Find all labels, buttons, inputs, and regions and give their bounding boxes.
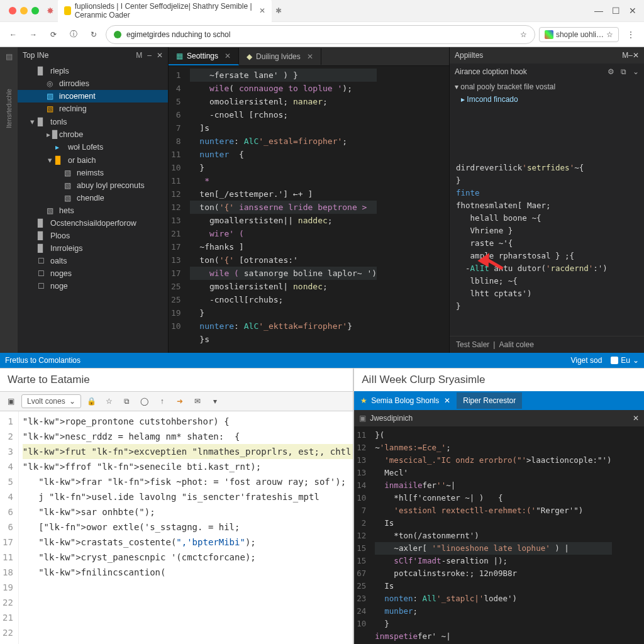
panel-icon[interactable]: ▣ [4, 394, 18, 408]
status-viget[interactable]: Viget sod [570, 356, 602, 365]
editor-tab-duiling[interactable]: ◆ Duiling lvides ✕ [239, 48, 321, 65]
tree-item[interactable]: ☐oalts [18, 255, 168, 267]
ide-panel: ▤ Itensrteduchle Top INe M – ✕ ▉rlepls◎d… [0, 47, 644, 368]
applets-code[interactable]: dirdreverilick'setrfides'~{}fintefhotnes… [450, 108, 644, 336]
open-icon[interactable]: ⧉ [621, 67, 626, 76]
forward-button[interactable]: → [25, 26, 42, 43]
tree-item[interactable]: ☐noges [18, 267, 168, 280]
browser-navbar: ← → ⟳ ⓘ ↻ egimetgirdes nduching to schol… [0, 21, 644, 47]
tab-close-icon[interactable]: ✕ [225, 52, 231, 60]
tree-item[interactable]: ▸ ▉chrobe [18, 128, 168, 141]
info-button[interactable]: ⓘ [65, 26, 82, 43]
sidebar-tool-m[interactable]: M [136, 51, 142, 60]
circle-icon[interactable]: ◯ [138, 394, 152, 408]
tab-label: Riper Recrestor [463, 396, 516, 405]
chevron-down-icon: ⌄ [69, 397, 75, 406]
footer-left[interactable]: Test Saler [456, 340, 489, 349]
minimize-window-dot[interactable] [20, 7, 28, 14]
tab-riper[interactable]: Riper Recrestor [457, 392, 522, 409]
star-icon: ★ [360, 396, 367, 405]
file-icon: ◆ [247, 52, 252, 61]
lower-section: Warte to Eatamie ▣ Lvolt cones ⌄ 🔒 ☆ ⧉ ◯… [0, 368, 644, 644]
tree-item[interactable]: ▧chendle [18, 192, 168, 204]
more-icon[interactable]: ▾ [208, 394, 222, 408]
zoom-window-dot[interactable] [31, 7, 39, 14]
maximize-icon[interactable]: ☐ [612, 6, 620, 16]
light-toolbar: ▣ Lvolt cones ⌄ 🔒 ☆ ⧉ ◯ ↑ ➜ ✉ ▾ [0, 391, 353, 411]
footer-right[interactable]: Aalit colee [499, 340, 533, 349]
tree-item[interactable]: ▧neimsts [18, 167, 168, 179]
window-controls: — ☐ ✕ [594, 6, 640, 16]
bookmark-star-icon[interactable]: ☆ [520, 30, 527, 39]
sidebar-tool-min[interactable]: – [147, 51, 152, 60]
tree-item[interactable]: ▧reclning [18, 103, 168, 115]
tab-semia[interactable]: ★ Semia Bolog Shonls ✕ [354, 392, 457, 409]
tree-item[interactable]: ▉Ocstenchsiaildoperforow [18, 217, 168, 230]
tree-item[interactable]: ◎dirrodies [18, 77, 168, 90]
light-code-editor[interactable]: 1234546617111819222122 "lk-kw">rope_pron… [0, 411, 353, 644]
close-icon[interactable]: ✕ [633, 414, 639, 423]
down-icon[interactable]: ⌄ [633, 67, 639, 76]
tree-item[interactable]: ▾▉tonls [18, 115, 168, 128]
tab-close-icon[interactable]: ✕ [307, 52, 313, 61]
tab-close-icon[interactable]: ✕ [444, 396, 450, 405]
status-eu[interactable]: Eu⌄ [611, 356, 639, 365]
tree-item[interactable]: ☐noge [18, 280, 168, 292]
site-info-icon [114, 31, 121, 38]
code-editor-main[interactable]: 1456781110111212132117131725251910 ~fers… [169, 66, 449, 353]
applets-title: Appiiltes [455, 51, 483, 60]
applets-line1: Airance cloption hook [455, 67, 527, 76]
bookmark-star-icon: ☆ [606, 30, 613, 39]
lower-left-editor: Warte to Eatamie ▣ Lvolt cones ⌄ 🔒 ☆ ⧉ ◯… [0, 369, 354, 644]
panel-tool-close[interactable]: ✕ [633, 51, 639, 60]
titlebar: ✸ fuplionsleds | I Center Seffodjelize| … [0, 0, 644, 21]
tree-item[interactable]: ▉Ploos [18, 230, 168, 242]
dropdown-label: Lvolt cones [27, 397, 65, 406]
tree-item[interactable]: ▸woł Lofets [18, 141, 168, 153]
close-icon[interactable]: ✕ [629, 6, 636, 16]
tree-item[interactable]: ▾▉or baich [18, 153, 168, 167]
tab-label: Semia Bolog Shonls [371, 396, 439, 405]
copy-icon[interactable]: ⧉ [120, 394, 134, 408]
file-tree: ▉rlepls◎dirrodies▧incoement▧reclning▾▉to… [18, 64, 168, 353]
mail-icon[interactable]: ✉ [191, 394, 204, 408]
tree-item[interactable]: ▧incoement [18, 90, 168, 103]
dark2-code-editor[interactable]: 111213131410721215156725232410 }(~'lanme… [354, 426, 644, 644]
back-button[interactable]: ← [5, 26, 21, 43]
extension-button[interactable]: shople uohli… ☆ [539, 27, 619, 42]
applets-line3[interactable]: ▸ Imcond fincado [450, 94, 644, 108]
star-icon[interactable]: ☆ [103, 394, 116, 408]
editor-tabs: ▦ Seottings ✕ ◆ Duiling lvides ✕ [169, 47, 449, 66]
address-text: egimetgirdes nduching to schol [126, 30, 230, 39]
explorer-icon[interactable]: ▤ [3, 51, 14, 62]
sidebar-tool-close[interactable]: ✕ [157, 51, 163, 60]
gear-icon[interactable]: ⚙ [608, 67, 614, 76]
up-icon[interactable]: ↑ [155, 394, 169, 408]
address-bar[interactable]: egimetgirdes nduching to schol ☆ [106, 25, 535, 44]
subtab-label[interactable]: Jwesdipinich [370, 414, 413, 423]
browser-tab-0[interactable]: fuplionsleds | I Center Seffodjelize| Sh… [58, 0, 272, 23]
lock-icon[interactable]: 🔒 [85, 394, 99, 408]
applets-line2[interactable]: ▾ onal pooly bracket file vostal [450, 80, 644, 94]
close-window-dot[interactable] [9, 7, 16, 14]
panel-tool-m[interactable]: M [622, 51, 628, 60]
status-left[interactable]: Fretlus to Comolantios [5, 356, 80, 365]
reload-button[interactable]: ⟳ [45, 26, 62, 43]
minimize-icon[interactable]: — [594, 6, 603, 16]
tree-item[interactable]: ▧hets [18, 204, 168, 217]
panel-tool-min[interactable]: – [628, 51, 633, 60]
tree-item[interactable]: ▧abuy loyl preconuts [18, 179, 168, 192]
menu-button[interactable]: ⋮ [623, 26, 639, 43]
tab-pin-icon[interactable]: ✱ [275, 6, 282, 15]
arrow-right-icon[interactable]: ➜ [173, 394, 187, 408]
scheme-dropdown[interactable]: Lvolt cones ⌄ [21, 394, 81, 408]
refresh-alt-button[interactable]: ↻ [86, 26, 102, 43]
tree-item[interactable]: ▉Inrroleigs [18, 242, 168, 255]
tab-close-icon[interactable]: ✕ [259, 6, 265, 15]
lower-right-editor: AiIl Week Clurp Sryasimle ★ Semia Bolog … [354, 369, 644, 644]
tab-label: Seottings [187, 52, 218, 60]
tree-item[interactable]: ▉rlepls [18, 65, 168, 77]
editor-tab-settings[interactable]: ▦ Seottings ✕ [169, 48, 239, 65]
file-icon: ▣ [359, 414, 366, 423]
tab-title: fuplionsleds | I Center Seffodjelize| Sh… [75, 2, 253, 19]
